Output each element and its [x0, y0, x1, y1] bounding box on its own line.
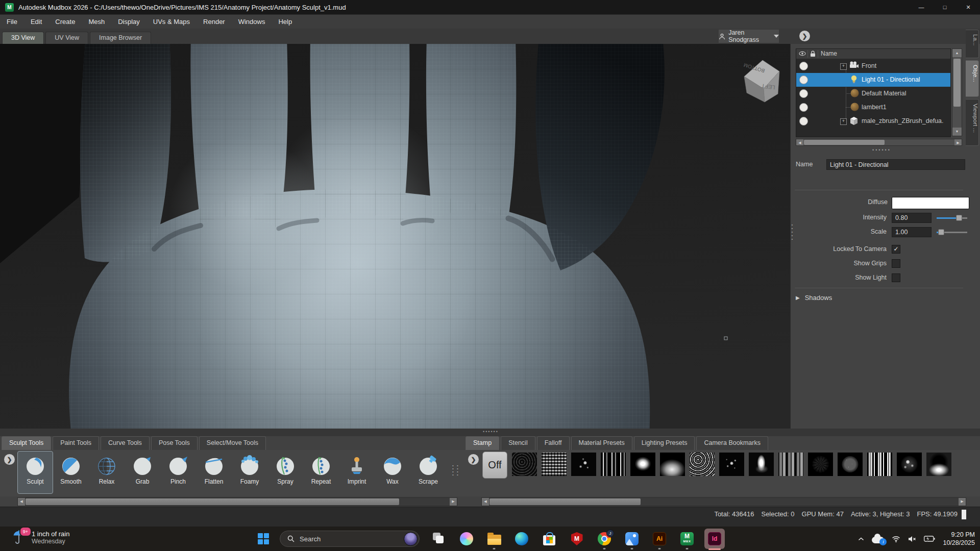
- scroll-right-icon[interactable]: ▶: [450, 498, 457, 506]
- taskbar-icon-file-explorer[interactable]: [480, 527, 508, 551]
- menu-render[interactable]: Render: [197, 15, 232, 29]
- stamp-thumbnail-sparkle[interactable]: [719, 453, 744, 476]
- preset-tray-scrollbar[interactable]: ◀ ▶: [481, 497, 966, 506]
- tab-lighting-presets[interactable]: Lighting Presets: [634, 436, 695, 450]
- viewport-panel-splitter[interactable]: •••••: [790, 223, 794, 241]
- viewport-3d[interactable]: BOTTOM LEFT: [0, 44, 790, 429]
- tab-image-browser[interactable]: Image Browser: [90, 32, 151, 44]
- tab-curve-tools[interactable]: Curve Tools: [101, 436, 150, 450]
- stamp-thumbnail-speckle-cluster[interactable]: [897, 453, 922, 476]
- tool-grab[interactable]: Grab: [125, 451, 160, 494]
- visibility-toggle[interactable]: [799, 117, 808, 126]
- stamp-thumbnail-weave-grid[interactable]: [542, 453, 567, 476]
- tab-material-presets[interactable]: Material Presets: [571, 436, 632, 450]
- scroll-right-icon[interactable]: ▶: [954, 139, 962, 145]
- scale-slider[interactable]: [937, 228, 967, 236]
- battery-charging-icon[interactable]: [924, 536, 935, 542]
- start-button[interactable]: [258, 533, 269, 544]
- lock-icon[interactable]: [810, 51, 816, 57]
- taskbar-icon-edge[interactable]: [508, 527, 535, 551]
- tool-relax[interactable]: Relax: [89, 451, 125, 494]
- minimize-button[interactable]: —: [910, 0, 933, 14]
- tab-falloff[interactable]: Falloff: [537, 436, 570, 450]
- scrollbar-thumb[interactable]: [489, 498, 641, 505]
- scroll-right-icon[interactable]: ▶: [959, 498, 966, 506]
- panel-splitter-handle[interactable]: ••••••: [872, 147, 891, 153]
- scrollbar-thumb[interactable]: [953, 59, 961, 107]
- tab-stamp[interactable]: Stamp: [465, 436, 499, 450]
- stamp-thumbnail-splatter[interactable]: [571, 453, 596, 476]
- tab-uv-view[interactable]: UV View: [45, 32, 88, 44]
- object-list-horizontal-scrollbar[interactable]: ◀ ▶: [796, 139, 962, 146]
- taskbar-icon-illustrator[interactable]: Ai: [646, 527, 673, 551]
- shadows-section-header[interactable]: ▶ Shadows: [796, 294, 832, 302]
- taskbar-icon-chrome[interactable]: J: [591, 527, 618, 551]
- slider-handle[interactable]: [938, 229, 944, 235]
- stamp-thumbnail-fine-noise[interactable]: [512, 453, 537, 476]
- taskbar-icon-microsoft-store[interactable]: [535, 527, 563, 551]
- tool-sculpt[interactable]: Sculpt: [17, 451, 53, 494]
- tab-paint-tools[interactable]: Paint Tools: [53, 436, 99, 450]
- tab-sculpt-tools[interactable]: Sculpt Tools: [2, 436, 51, 450]
- stamp-thumbnail-bright-noise[interactable]: [690, 453, 715, 476]
- stamp-thumbnail-gray-columns[interactable]: [778, 453, 803, 476]
- tool-wax[interactable]: Wax: [375, 451, 410, 494]
- search-input[interactable]: [299, 535, 387, 543]
- visibility-toggle[interactable]: [799, 103, 808, 112]
- side-tab-objects[interactable]: Obje...: [966, 60, 979, 97]
- user-account-button[interactable]: Jaren Snodgrass: [719, 30, 779, 43]
- visibility-toggle[interactable]: [799, 62, 808, 70]
- tab-stencil[interactable]: Stencil: [501, 436, 535, 450]
- tool-flyout-button[interactable]: ❯: [4, 454, 15, 465]
- slider-handle[interactable]: [956, 215, 962, 221]
- tab-3d-view[interactable]: 3D View: [2, 32, 44, 44]
- tool-flatten[interactable]: Flatten: [196, 451, 232, 494]
- stamp-thumbnail-lit-sphere[interactable]: [926, 453, 951, 476]
- onedrive-icon[interactable]: i: [872, 537, 884, 543]
- tab-select-move-tools[interactable]: Select/Move Tools: [199, 436, 266, 450]
- menu-windows[interactable]: Windows: [232, 15, 272, 29]
- menu-display[interactable]: Display: [111, 15, 146, 29]
- locked-to-camera-checkbox[interactable]: ✓: [892, 245, 900, 254]
- close-button[interactable]: ✕: [957, 0, 980, 14]
- stamp-thumbnail-veined-sphere[interactable]: [808, 453, 833, 476]
- scrollbar-thumb[interactable]: [26, 498, 399, 505]
- scroll-left-icon[interactable]: ◀: [482, 498, 489, 506]
- stamp-thumbnail-plume[interactable]: [749, 453, 774, 476]
- side-tab-viewport[interactable]: Viewport ...: [966, 99, 979, 146]
- taskbar-icon-photos[interactable]: [618, 527, 646, 551]
- tool-scrape[interactable]: Scrape: [410, 451, 446, 494]
- menu-create[interactable]: Create: [48, 15, 82, 29]
- light-name-input[interactable]: [826, 159, 965, 170]
- menu-uvs-maps[interactable]: UVs & Maps: [146, 15, 197, 29]
- tool-foamy[interactable]: Foamy: [232, 451, 267, 494]
- menu-file[interactable]: File: [0, 15, 24, 29]
- object-row-lambert1[interactable]: lambert1: [796, 101, 950, 114]
- tray-grip-handle[interactable]: • •• •• •• •: [452, 464, 459, 477]
- scroll-left-icon[interactable]: ◀: [796, 139, 803, 145]
- object-row-light[interactable]: Light 01 - Directional: [796, 73, 950, 87]
- tool-pinch[interactable]: Pinch: [160, 451, 196, 494]
- object-list-vertical-scrollbar[interactable]: ▲ ▼: [952, 48, 962, 136]
- tool-spray[interactable]: Spray: [267, 451, 303, 494]
- stamp-thumbnail-barcode[interactable]: [867, 453, 892, 476]
- tool-smooth[interactable]: Smooth: [53, 451, 89, 494]
- side-tab-layers[interactable]: La...: [966, 30, 979, 58]
- taskbar-clock[interactable]: 9:20 PM 10/28/2025: [943, 531, 975, 547]
- object-row-mesh[interactable]: + male_zbrush_ZBrush_defua.: [796, 114, 950, 128]
- stamp-thumbnail-soft-blob[interactable]: [660, 453, 685, 476]
- taskbar-icon-task-view[interactable]: [425, 527, 453, 551]
- diffuse-color-swatch[interactable]: [892, 197, 969, 209]
- taskbar-icon-indesign[interactable]: Id: [701, 527, 728, 551]
- intensity-slider[interactable]: [937, 214, 967, 222]
- taskbar-icon-copilot[interactable]: [453, 527, 480, 551]
- tool-imprint[interactable]: Imprint: [339, 451, 375, 494]
- scrollbar-thumb[interactable]: [804, 140, 885, 145]
- expand-plus-icon[interactable]: +: [840, 118, 847, 125]
- expand-plus-icon[interactable]: +: [840, 63, 847, 70]
- weather-widget[interactable]: 9+ 1 inch of rain Wednesday: [12, 530, 69, 545]
- preset-flyout-button[interactable]: ❯: [468, 454, 479, 465]
- scale-value-field[interactable]: 1.00: [892, 227, 932, 237]
- scroll-left-icon[interactable]: ◀: [18, 498, 25, 506]
- tray-chevron-up-icon[interactable]: [858, 537, 864, 541]
